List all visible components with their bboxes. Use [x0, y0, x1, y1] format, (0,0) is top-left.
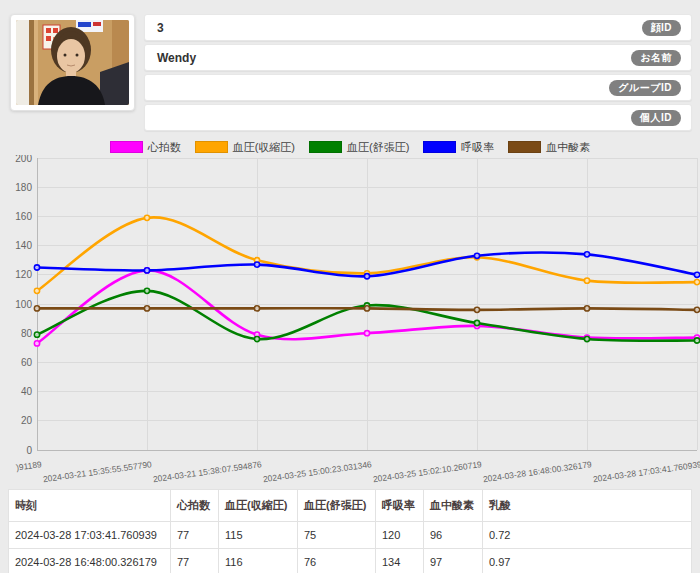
table-cell: 134 — [376, 549, 424, 573]
svg-text:100: 100 — [15, 299, 32, 310]
svg-text:180: 180 — [15, 182, 32, 193]
svg-text:2024-03-25 15:02:10.260719: 2024-03-25 15:02:10.260719 — [372, 459, 482, 484]
vitals-chart: 020406080100120140160180200)911892024-03… — [0, 155, 700, 487]
face-id-value: 3 — [157, 21, 164, 35]
name-value: Wendy — [157, 51, 196, 65]
col-header-heart-rate: 心拍数 — [171, 490, 219, 522]
svg-text:20: 20 — [21, 415, 33, 426]
table-cell: 77 — [171, 522, 219, 549]
face-id-badge: 顔ID — [642, 20, 682, 36]
svg-text:2024-03-25 15:00:23.031346: 2024-03-25 15:00:23.031346 — [262, 459, 372, 484]
svg-text:200: 200 — [15, 155, 32, 164]
profile-section: 3 顔ID Wendy お名前 グループID 個人ID — [0, 0, 700, 131]
heart-rate-swatch-icon — [110, 141, 143, 153]
table-cell: 116 — [219, 549, 298, 573]
svg-text:)91189: )91189 — [15, 459, 42, 473]
table-cell: 76 — [298, 549, 376, 573]
respiration-swatch-icon — [423, 141, 456, 153]
col-header-time: 時刻 — [9, 490, 171, 522]
vitals-table: 時刻 心拍数 血圧(収縮圧) 血圧(舒張圧) 呼吸率 血中酸素 乳酸 2024-… — [8, 489, 692, 573]
bp-diastolic-swatch-icon — [309, 141, 342, 153]
field-row-name: Wendy お名前 — [144, 44, 692, 71]
col-header-bp-diastolic: 血圧(舒張圧) — [298, 490, 376, 522]
svg-text:160: 160 — [15, 211, 32, 222]
legend-item-heart-rate[interactable]: 心拍数 — [110, 140, 181, 155]
legend-label: 血圧(収縮圧) — [233, 140, 295, 155]
table-cell: 77 — [171, 549, 219, 573]
col-header-bp-systolic: 血圧(収縮圧) — [219, 490, 298, 522]
personal-id-badge: 個人ID — [631, 110, 681, 126]
field-row-face-id: 3 顔ID — [144, 14, 692, 41]
legend-label: 血圧(舒張圧) — [347, 140, 409, 155]
svg-text:2024-03-21 15:38:07.594876: 2024-03-21 15:38:07.594876 — [152, 459, 262, 484]
field-row-group-id: グループID — [144, 74, 692, 101]
table-row: 2024-03-28 16:48:00.3261797711676134970.… — [9, 549, 692, 573]
legend-label: 心拍数 — [148, 140, 181, 155]
col-header-lactate: 乳酸 — [483, 490, 692, 522]
table-cell: 97 — [424, 549, 483, 573]
svg-text:120: 120 — [15, 269, 32, 280]
table-row: 2024-03-28 17:03:41.7609397711575120960.… — [9, 522, 692, 549]
legend-label: 血中酸素 — [546, 140, 590, 155]
legend-item-bp-systolic[interactable]: 血圧(収縮圧) — [195, 140, 295, 155]
col-header-blood-oxygen: 血中酸素 — [424, 490, 483, 522]
table-header-row: 時刻 心拍数 血圧(収縮圧) 血圧(舒張圧) 呼吸率 血中酸素 乳酸 — [9, 490, 692, 522]
legend-label: 呼吸率 — [461, 140, 494, 155]
table-cell: 120 — [376, 522, 424, 549]
svg-text:2024-03-28 16:48:00.326179: 2024-03-28 16:48:00.326179 — [482, 459, 592, 484]
legend-item-respiration[interactable]: 呼吸率 — [423, 140, 494, 155]
table-cell: 2024-03-28 16:48:00.326179 — [9, 549, 171, 573]
patient-photo — [16, 20, 129, 105]
svg-text:80: 80 — [21, 328, 33, 339]
table-cell: 0.72 — [483, 522, 692, 549]
table-cell: 75 — [298, 522, 376, 549]
svg-text:2024-03-21 15:35:55.557790: 2024-03-21 15:35:55.557790 — [42, 459, 152, 484]
patient-info-panel: 3 顔ID Wendy お名前 グループID 個人ID — [144, 14, 692, 131]
group-id-badge: グループID — [609, 80, 681, 96]
field-row-personal-id: 個人ID — [144, 104, 692, 131]
table-cell: 2024-03-28 17:03:41.760939 — [9, 522, 171, 549]
chart-legend: 心拍数 血圧(収縮圧) 血圧(舒張圧) 呼吸率 血中酸素 — [0, 139, 700, 155]
svg-text:0: 0 — [26, 445, 32, 456]
table-cell: 96 — [424, 522, 483, 549]
blood-oxygen-swatch-icon — [508, 141, 541, 153]
legend-item-blood-oxygen[interactable]: 血中酸素 — [508, 140, 590, 155]
svg-text:2024-03-28 17:03:41.760939: 2024-03-28 17:03:41.760939 — [592, 459, 700, 484]
name-badge: お名前 — [631, 50, 681, 66]
svg-text:40: 40 — [21, 386, 33, 397]
table-cell: 0.97 — [483, 549, 692, 573]
col-header-respiration: 呼吸率 — [376, 490, 424, 522]
svg-text:60: 60 — [21, 357, 33, 368]
bp-systolic-swatch-icon — [195, 141, 228, 153]
svg-text:140: 140 — [15, 240, 32, 251]
legend-item-bp-diastolic[interactable]: 血圧(舒張圧) — [309, 140, 409, 155]
patient-photo-card — [10, 14, 135, 111]
table-cell: 115 — [219, 522, 298, 549]
